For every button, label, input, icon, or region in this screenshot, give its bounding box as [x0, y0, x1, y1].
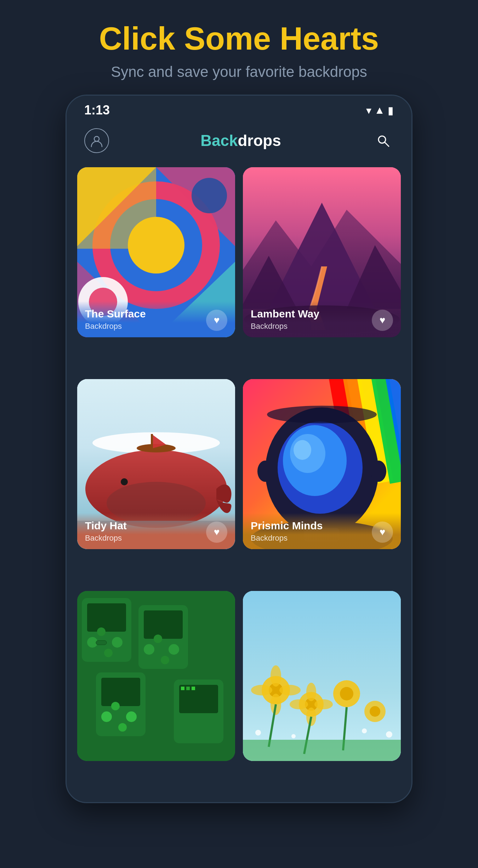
card-flowers[interactable]: [243, 591, 401, 761]
phone-frame: 1:13 ▾ ▲ ▮ Backdrops: [66, 95, 412, 803]
tidy-card-info: Tidy Hat Backdrops: [85, 519, 127, 543]
lambent-card-info: Lambent Way Backdrops: [251, 308, 319, 331]
svg-point-50: [104, 649, 113, 657]
svg-rect-53: [96, 641, 107, 645]
heart-icon-2: ♥: [380, 315, 386, 326]
main-title: Click Some Hearts: [14, 21, 464, 56]
svg-point-59: [169, 644, 179, 655]
card-lambent[interactable]: Lambent Way Backdrops ♥: [243, 167, 401, 337]
svg-line-2: [385, 142, 389, 147]
svg-rect-72: [243, 591, 401, 761]
surface-title: The Surface: [85, 308, 146, 320]
gameboy-art: [77, 591, 235, 761]
svg-point-65: [126, 711, 137, 722]
svg-point-0: [94, 136, 99, 141]
svg-point-57: [144, 644, 154, 655]
card-surface[interactable]: The Surface Backdrops ♥: [77, 167, 235, 337]
svg-rect-62: [101, 678, 140, 706]
app-logo: Backdrops: [200, 132, 281, 150]
prismic-card-bottom: Prismic Minds Backdrops ♥: [243, 513, 401, 549]
svg-point-81: [271, 665, 281, 687]
svg-point-80: [370, 706, 380, 717]
tidy-title: Tidy Hat: [85, 519, 127, 532]
lambent-heart-button[interactable]: ♥: [372, 310, 393, 331]
signal-icon: ▲: [374, 104, 385, 116]
lambent-title: Lambent Way: [251, 308, 319, 320]
surface-subtitle: Backdrops: [85, 322, 146, 331]
card-prismic[interactable]: Prismic Minds Backdrops ♥: [243, 379, 401, 549]
tidy-heart-button[interactable]: ♥: [206, 522, 227, 543]
card-grid: The Surface Backdrops ♥: [67, 160, 411, 802]
svg-rect-69: [181, 687, 184, 690]
logo-part1: Back: [200, 132, 238, 149]
app-bar: Backdrops: [67, 121, 411, 160]
svg-point-88: [314, 699, 333, 709]
subtitle: Sync and save your favorite backdrops: [14, 63, 464, 80]
svg-point-58: [161, 656, 169, 664]
prismic-card-info: Prismic Minds Backdrops: [251, 519, 323, 543]
svg-point-25: [121, 478, 128, 485]
logo-part2: drops: [238, 132, 281, 149]
tidy-card-bottom: Tidy Hat Backdrops ♥: [77, 513, 235, 549]
heart-icon-3: ♥: [214, 526, 220, 538]
svg-point-41: [267, 406, 377, 423]
prismic-subtitle: Backdrops: [251, 534, 323, 543]
prismic-title: Prismic Minds: [251, 519, 323, 532]
svg-point-14: [192, 178, 227, 213]
lambent-card-bottom: Lambent Way Backdrops ♥: [243, 301, 401, 337]
svg-point-94: [291, 734, 296, 738]
svg-point-95: [362, 728, 367, 733]
svg-point-64: [118, 723, 127, 732]
svg-point-96: [386, 731, 392, 738]
flowers-art: [243, 591, 401, 761]
svg-rect-71: [192, 687, 195, 690]
search-button[interactable]: [372, 130, 394, 151]
svg-rect-48: [87, 603, 126, 632]
status-bar: 1:13 ▾ ▲ ▮: [67, 96, 411, 121]
wifi-icon: ▾: [366, 104, 371, 117]
svg-rect-68: [179, 685, 218, 713]
heart-icon: ♥: [214, 315, 220, 326]
svg-point-84: [279, 685, 301, 695]
status-icons: ▾ ▲ ▮: [366, 104, 394, 117]
svg-point-78: [340, 687, 353, 700]
svg-rect-70: [186, 687, 190, 690]
card-tidy[interactable]: Tidy Hat Backdrops ♥: [77, 379, 235, 549]
profile-button[interactable]: [84, 128, 109, 153]
lambent-subtitle: Backdrops: [251, 322, 319, 331]
svg-point-66: [111, 702, 120, 710]
surface-card-bottom: The Surface Backdrops ♥: [77, 301, 235, 337]
svg-rect-92: [243, 740, 401, 761]
tidy-subtitle: Backdrops: [85, 534, 127, 543]
svg-point-45: [371, 461, 386, 482]
surface-heart-button[interactable]: ♥: [206, 310, 227, 331]
battery-icon: ▮: [388, 104, 394, 117]
svg-point-83: [251, 685, 272, 695]
svg-point-93: [255, 730, 261, 735]
svg-point-52: [97, 627, 106, 636]
svg-rect-56: [144, 610, 183, 639]
svg-point-51: [112, 637, 123, 648]
svg-point-60: [154, 635, 162, 643]
surface-card-info: The Surface Backdrops: [85, 308, 146, 331]
heart-icon-4: ♥: [380, 526, 386, 538]
card-gameboy[interactable]: [77, 591, 235, 761]
prismic-heart-button[interactable]: ♥: [372, 522, 393, 543]
svg-point-44: [257, 461, 273, 482]
svg-point-40: [294, 440, 311, 460]
svg-point-63: [101, 711, 112, 722]
svg-rect-27: [151, 434, 153, 450]
header-section: Click Some Hearts Sync and save your fav…: [0, 0, 478, 95]
svg-point-87: [290, 699, 308, 709]
svg-point-85: [306, 683, 316, 701]
status-time: 1:13: [84, 103, 110, 118]
